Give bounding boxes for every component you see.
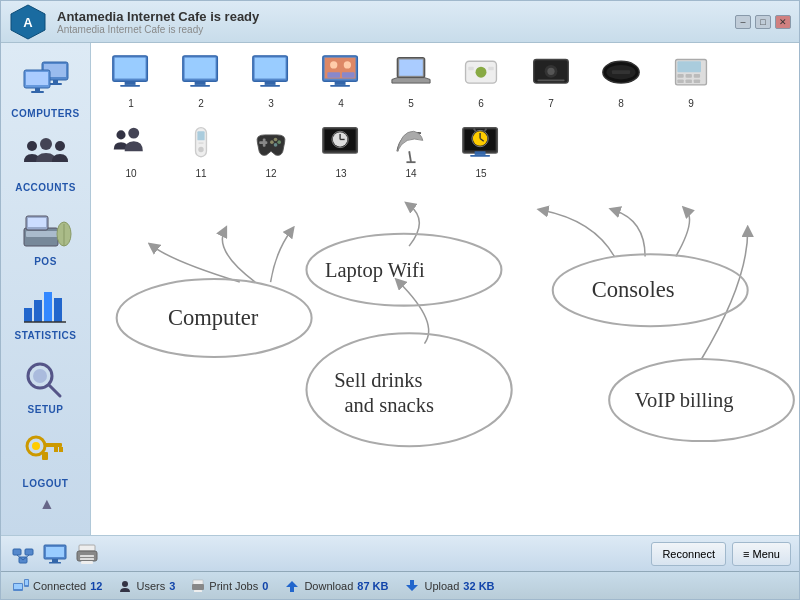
device-8-icon <box>596 52 646 96</box>
svg-rect-79 <box>198 142 203 144</box>
svg-rect-103 <box>470 155 490 157</box>
device-10[interactable]: 10 <box>96 118 166 183</box>
connected-label: Connected <box>33 580 86 592</box>
svg-rect-77 <box>197 131 204 140</box>
device-14[interactable]: 14 <box>376 118 446 183</box>
svg-point-56 <box>476 67 487 78</box>
svg-rect-130 <box>14 584 22 589</box>
device-12[interactable]: 12 <box>236 118 306 183</box>
svg-rect-36 <box>120 85 140 87</box>
svg-point-12 <box>55 141 65 151</box>
svg-text:Laptop Wifi: Laptop Wifi <box>325 259 425 282</box>
device-5[interactable]: 5 <box>376 48 446 113</box>
sidebar-arrow: ▶ <box>39 500 53 509</box>
computers-icon <box>19 57 73 105</box>
minimize-button[interactable]: – <box>735 15 751 29</box>
maximize-button[interactable]: □ <box>755 15 771 29</box>
monitor-icon-button[interactable] <box>41 541 69 567</box>
sidebar-statistics-label: STATISTICS <box>15 330 77 341</box>
device-13-num: 13 <box>335 168 346 179</box>
sidebar-item-logout[interactable]: LOGOUT <box>3 421 89 495</box>
svg-rect-16 <box>26 231 58 237</box>
printer-icon-button[interactable] <box>73 541 101 567</box>
svg-rect-132 <box>25 580 28 585</box>
device-11-num: 11 <box>195 168 206 179</box>
device-7[interactable]: 7 <box>516 48 586 113</box>
svg-rect-115 <box>13 549 21 555</box>
svg-rect-21 <box>44 292 52 322</box>
printjobs-label: Print Jobs <box>209 580 258 592</box>
svg-rect-22 <box>54 298 62 322</box>
svg-point-75 <box>128 128 139 139</box>
device-15-num: 15 <box>475 168 486 179</box>
svg-line-26 <box>49 385 60 396</box>
sidebar-item-accounts[interactable]: ACCOUNTS <box>3 125 89 199</box>
svg-rect-65 <box>612 70 630 74</box>
device-7-icon <box>526 52 576 96</box>
sidebar-pos-label: POS <box>34 256 57 267</box>
content-area: 1 2 <box>91 43 799 535</box>
device-12-icon <box>246 122 296 166</box>
sidebar-item-pos[interactable]: POS <box>3 199 89 273</box>
device-3-icon <box>246 52 296 96</box>
svg-point-78 <box>198 147 203 152</box>
logout-icon <box>19 427 73 475</box>
svg-rect-122 <box>52 559 58 562</box>
printjobs-icon <box>191 579 205 593</box>
download-value: 87 KB <box>357 580 388 592</box>
svg-rect-34 <box>115 58 146 79</box>
menu-button[interactable]: ≡ Menu <box>732 542 791 566</box>
device-9[interactable]: 9 <box>656 48 726 113</box>
svg-rect-62 <box>537 79 564 81</box>
download-status: Download 87 KB <box>284 579 404 593</box>
svg-rect-126 <box>80 555 94 557</box>
device-10-icon <box>106 122 156 166</box>
device-13[interactable]: 13 <box>306 118 376 183</box>
device-15[interactable]: 15 <box>446 118 516 183</box>
svg-point-83 <box>277 140 281 144</box>
svg-rect-29 <box>44 443 62 447</box>
svg-rect-57 <box>468 67 473 71</box>
sidebar-item-computers[interactable]: COMPUTERS <box>3 51 89 125</box>
svg-rect-72 <box>686 79 692 83</box>
connected-value: 12 <box>90 580 102 592</box>
sidebar-item-setup[interactable]: SETUP <box>3 347 89 421</box>
device-3[interactable]: 3 <box>236 48 306 113</box>
device-13-icon <box>316 122 366 166</box>
svg-text:A: A <box>23 15 33 30</box>
device-2-icon <box>176 52 226 96</box>
device-15-icon <box>456 122 506 166</box>
svg-point-82 <box>274 138 278 142</box>
svg-point-25 <box>33 369 47 383</box>
device-6[interactable]: 6 <box>446 48 516 113</box>
svg-rect-50 <box>342 72 355 77</box>
svg-rect-52 <box>330 85 350 87</box>
svg-rect-7 <box>26 72 48 85</box>
svg-text:and snacks: and snacks <box>344 394 433 416</box>
svg-rect-40 <box>190 85 210 87</box>
device-4-num: 4 <box>338 98 344 109</box>
connected-status: Connected 12 <box>13 579 118 593</box>
upload-icon <box>404 579 420 593</box>
device-1[interactable]: 1 <box>96 48 166 113</box>
annotation-area: Computer Laptop Wifi Consoles Sell drink… <box>91 183 799 535</box>
device-4[interactable]: 4 <box>306 48 376 113</box>
upload-status: Upload 32 KB <box>404 579 510 593</box>
bottom-toolbar: Reconnect ≡ Menu <box>1 535 799 571</box>
svg-text:Computer: Computer <box>168 305 259 330</box>
device-11[interactable]: 11 <box>166 118 236 183</box>
svg-rect-51 <box>335 81 346 85</box>
svg-rect-135 <box>192 584 204 590</box>
device-1-num: 1 <box>128 98 134 109</box>
svg-point-28 <box>32 442 40 450</box>
device-8[interactable]: 8 <box>586 48 656 113</box>
device-row-2: 10 11 <box>96 118 794 183</box>
network-icon-button[interactable] <box>9 541 37 567</box>
statistics-icon <box>19 279 73 327</box>
sidebar-item-statistics[interactable]: STATISTICS <box>3 273 89 347</box>
device-2[interactable]: 2 <box>166 48 236 113</box>
close-button[interactable]: ✕ <box>775 15 791 29</box>
users-status: Users 3 <box>118 579 191 593</box>
reconnect-button[interactable]: Reconnect <box>651 542 726 566</box>
sidebar-setup-label: SETUP <box>28 404 64 415</box>
